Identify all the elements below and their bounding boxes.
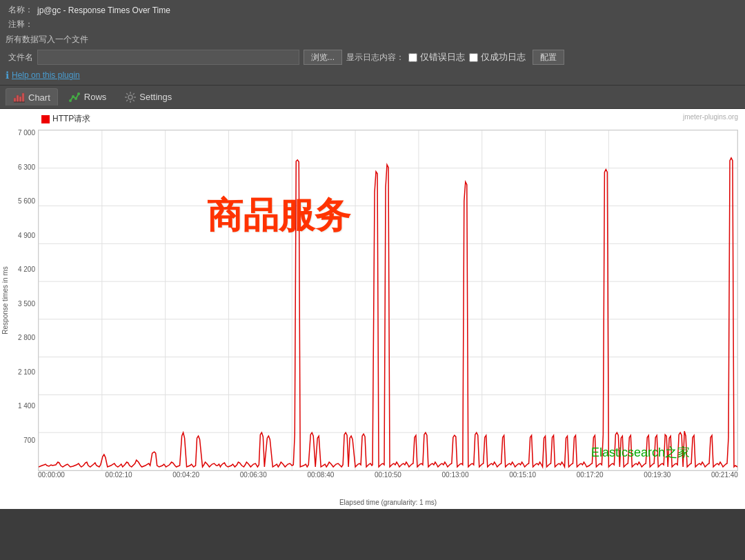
name-label: 名称：	[6, 4, 33, 16]
y-label-3500: 3 500	[18, 301, 35, 308]
y-axis: 7 000 6 300 5 600 4 900 4 200 3 500 2 80…	[0, 130, 38, 471]
svg-rect-1	[17, 95, 19, 102]
chart-watermark: jmeter-plugins.org	[683, 113, 738, 121]
file-row: 文件名 浏览... 显示日志内容： 仅错误日志 仅成功日志 配置	[6, 48, 739, 67]
x-axis-title: Elapsed time (granularity: 1 ms)	[38, 499, 738, 506]
svg-point-6	[72, 95, 74, 98]
file-input[interactable]	[37, 50, 299, 65]
file-label: 文件名	[6, 52, 33, 63]
y-label-700: 700	[23, 437, 35, 444]
x-label-1: 00:02:10	[106, 471, 132, 479]
name-value: jp@gc - Response Times Over Time	[37, 6, 170, 15]
x-label-5: 00:10:50	[375, 471, 401, 479]
legend-label: HTTP请求	[52, 113, 90, 125]
chart-tab-icon	[13, 91, 26, 103]
settings-tab-label: Settings	[139, 92, 172, 102]
svg-rect-0	[14, 98, 16, 102]
legend-color-box	[41, 115, 50, 123]
name-row: 名称： jp@gc - Response Times Over Time	[6, 3, 739, 17]
y-label-7000: 7 000	[18, 130, 35, 137]
svg-point-8	[77, 92, 80, 95]
x-label-7: 00:15:10	[509, 471, 536, 479]
chart-svg	[39, 130, 737, 470]
svg-point-5	[69, 99, 72, 102]
x-label-3: 00:06:30	[240, 471, 267, 479]
x-label-2: 00:04:20	[172, 471, 199, 479]
x-label-4: 00:08:40	[307, 471, 334, 479]
x-label-10: 00:21:40	[711, 471, 738, 479]
tab-rows[interactable]: Rows	[62, 89, 114, 106]
svg-rect-2	[19, 97, 21, 102]
chart-plot-area	[38, 130, 738, 471]
chart-line-main	[39, 158, 737, 467]
y-label-1400: 1 400	[18, 403, 35, 410]
rows-tab-icon	[69, 91, 81, 103]
success-only-group: 仅成功日志	[469, 51, 526, 63]
comment-label: 注释：	[6, 19, 33, 30]
error-only-label: 仅错误日志	[420, 51, 465, 63]
all-data-row: 所有数据写入一个文件	[6, 32, 739, 48]
x-label-8: 00:17:20	[577, 471, 604, 479]
log-display-label: 显示日志内容：	[346, 52, 404, 63]
x-axis: 00:00:00 00:02:10 00:04:20 00:06:30 00:0…	[38, 471, 738, 495]
rows-tab-label: Rows	[84, 92, 107, 102]
x-label-6: 00:13:00	[442, 471, 469, 479]
success-only-checkbox[interactable]	[469, 53, 478, 62]
y-label-4200: 4 200	[18, 266, 35, 273]
help-link[interactable]: Help on this plugin	[12, 70, 80, 80]
y-label-2100: 2 100	[18, 369, 35, 376]
x-label-9: 00:19:30	[644, 471, 670, 479]
chart-legend: HTTP请求	[41, 113, 90, 125]
y-label-4900: 4 900	[18, 232, 35, 239]
config-button[interactable]: 配置	[533, 50, 564, 65]
svg-point-7	[74, 97, 77, 100]
error-only-group: 仅错误日志	[408, 51, 465, 63]
svg-rect-3	[22, 93, 24, 102]
success-only-label: 仅成功日志	[481, 51, 526, 63]
top-bar: 名称： jp@gc - Response Times Over Time 注释：…	[0, 0, 745, 86]
help-row: ℹ Help on this plugin	[6, 67, 739, 82]
comment-row: 注释：	[6, 17, 739, 32]
chart-area: jmeter-plugins.org HTTP请求 Response times…	[0, 109, 745, 509]
svg-point-9	[128, 95, 132, 99]
y-label-5600: 5 600	[18, 198, 35, 205]
info-icon: ℹ	[6, 70, 9, 81]
error-only-checkbox[interactable]	[408, 53, 417, 62]
tab-bar: Chart Rows Settings	[0, 86, 745, 109]
chart-tab-label: Chart	[28, 92, 50, 103]
y-label-2800: 2 800	[18, 334, 35, 341]
tab-settings[interactable]: Settings	[117, 89, 179, 106]
x-label-0: 00:00:00	[38, 471, 65, 479]
tab-chart[interactable]: Chart	[6, 88, 58, 106]
browse-button[interactable]: 浏览...	[304, 50, 342, 65]
settings-tab-icon	[124, 91, 137, 103]
y-label-6300: 6 300	[18, 164, 35, 171]
all-data-label: 所有数据写入一个文件	[6, 34, 88, 46]
